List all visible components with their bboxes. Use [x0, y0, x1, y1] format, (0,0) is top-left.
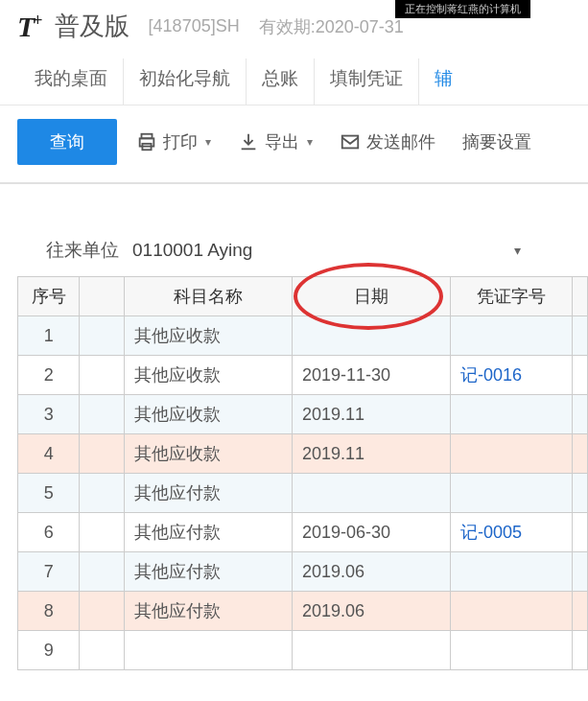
tab-desktop[interactable]: 我的桌面: [19, 58, 124, 105]
cell-gap: [80, 631, 124, 670]
table-row[interactable]: 6其他应付款2019-06-30记-0005: [18, 513, 588, 552]
data-table: 序号 科目名称 日期 凭证字号 1其他应收款2其他应收款2019-11-30记-…: [17, 276, 588, 670]
table-row[interactable]: 5其他应付款: [18, 474, 588, 513]
cell-date: [292, 631, 450, 670]
cell-gap: [80, 316, 124, 356]
send-mail-button[interactable]: 发送邮件: [332, 125, 443, 159]
col-name[interactable]: 科目名称: [124, 277, 292, 316]
app-logo: T+: [17, 11, 41, 43]
tab-init-nav[interactable]: 初始化导航: [124, 58, 247, 105]
table-row[interactable]: 8其他应付款2019.06: [18, 592, 588, 631]
cell-gap: [80, 434, 124, 474]
table-row[interactable]: 9: [18, 631, 588, 670]
tab-aux[interactable]: 辅: [419, 58, 468, 105]
filter-row: 往来单位 0110001 Aying ▾: [0, 196, 588, 276]
cell-name: 其他应付款: [124, 592, 292, 631]
company-code: [418705]SH: [149, 16, 240, 36]
table-row[interactable]: 3其他应收款2019.11: [18, 395, 588, 434]
table-row[interactable]: 4其他应收款2019.11: [18, 434, 588, 474]
cell-name: 其他应收款: [124, 356, 292, 395]
query-button[interactable]: 查询: [17, 119, 117, 165]
remote-control-banner: 正在控制蒋红燕的计算机: [395, 0, 530, 18]
cell-name: [124, 631, 292, 670]
cell-date: 2019.11: [292, 434, 450, 474]
print-icon: [136, 131, 157, 152]
cell-vno: [451, 434, 573, 474]
export-icon: [238, 131, 259, 152]
table-row[interactable]: 1其他应收款: [18, 316, 588, 356]
cell-vno: [451, 395, 573, 434]
cell-gap: [80, 395, 124, 434]
col-date[interactable]: 日期: [292, 277, 450, 316]
summary-settings-label: 摘要设置: [462, 130, 531, 153]
cell-vno: [451, 474, 573, 513]
cell-seq: 2: [18, 356, 80, 395]
cell-seq: 4: [18, 434, 80, 474]
cell-gap: [80, 356, 124, 395]
cell-edge: [572, 356, 587, 395]
cell-vno: [451, 552, 573, 592]
cell-edge: [572, 395, 587, 434]
cell-seq: 3: [18, 395, 80, 434]
table-row[interactable]: 7其他应付款2019.06: [18, 552, 588, 592]
col-seq[interactable]: 序号: [18, 277, 80, 316]
cell-edge: [572, 631, 587, 670]
cell-edge: [572, 474, 587, 513]
valid-until-value: 2020-07-31: [316, 17, 404, 36]
tab-voucher-entry[interactable]: 填制凭证: [315, 58, 419, 105]
cell-date: [292, 474, 450, 513]
cell-date: 2019-11-30: [292, 356, 450, 395]
chevron-down-icon: ▾: [205, 135, 211, 149]
table-row[interactable]: 2其他应收款2019-11-30记-0016: [18, 356, 588, 395]
col-vno[interactable]: 凭证字号: [451, 277, 573, 316]
cell-vno: [451, 631, 573, 670]
cell-edge: [572, 592, 587, 631]
valid-until: 有效期:2020-07-31: [259, 15, 404, 38]
svg-rect-3: [342, 136, 359, 149]
summary-settings-button[interactable]: 摘要设置: [455, 125, 539, 159]
cell-edge: [572, 434, 587, 474]
toolbar: 查询 打印 ▾ 导出 ▾ 发送邮件 摘要设置: [0, 105, 588, 182]
cell-name: 其他应收款: [124, 434, 292, 474]
mail-icon: [340, 131, 361, 152]
send-mail-label: 发送邮件: [366, 130, 435, 153]
cell-seq: 5: [18, 474, 80, 513]
cell-seq: 1: [18, 316, 80, 356]
cell-date: 2019-06-30: [292, 513, 450, 552]
cell-vno: [451, 592, 573, 631]
cell-name: 其他应收款: [124, 395, 292, 434]
cell-date: 2019.06: [292, 592, 450, 631]
cell-date: 2019.06: [292, 552, 450, 592]
cell-gap: [80, 552, 124, 592]
cell-seq: 6: [18, 513, 80, 552]
cell-gap: [80, 474, 124, 513]
valid-until-label: 有效期:: [259, 17, 316, 36]
app-edition: 普及版: [55, 10, 129, 43]
chevron-down-icon: ▾: [514, 243, 521, 258]
cell-vno: [451, 316, 573, 356]
cell-vno[interactable]: 记-0016: [451, 356, 573, 395]
col-gap: [80, 277, 124, 316]
cell-name: 其他应收款: [124, 316, 292, 356]
cell-gap: [80, 592, 124, 631]
cell-name: 其他应付款: [124, 513, 292, 552]
export-button[interactable]: 导出 ▾: [230, 125, 320, 159]
main-tabs: 我的桌面 初始化导航 总账 填制凭证 辅: [0, 49, 588, 105]
cell-vno[interactable]: 记-0005: [451, 513, 573, 552]
cell-date: [292, 316, 450, 356]
filter-label: 往来单位: [46, 238, 119, 263]
table-header-row: 序号 科目名称 日期 凭证字号: [18, 277, 588, 316]
cell-seq: 9: [18, 631, 80, 670]
print-label: 打印: [163, 130, 198, 153]
cell-name: 其他应付款: [124, 552, 292, 592]
data-table-wrap: 序号 科目名称 日期 凭证字号 1其他应收款2其他应收款2019-11-30记-…: [0, 276, 588, 670]
partner-value: 0110001 Aying: [132, 240, 252, 261]
chevron-down-icon: ▾: [307, 135, 313, 149]
partner-select[interactable]: 0110001 Aying ▾: [132, 240, 588, 261]
cell-edge: [572, 552, 587, 592]
print-button[interactable]: 打印 ▾: [129, 125, 219, 159]
export-label: 导出: [265, 130, 299, 153]
tab-general-ledger[interactable]: 总账: [247, 58, 315, 105]
cell-seq: 8: [18, 592, 80, 631]
cell-edge: [572, 513, 587, 552]
